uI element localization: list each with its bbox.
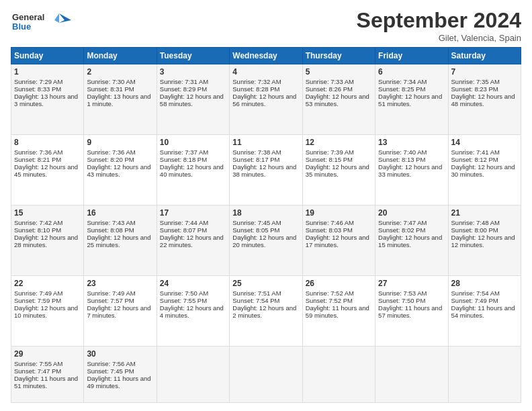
logo: General Blue	[11, 8, 71, 41]
day-number: 14	[451, 138, 518, 147]
sunrise-text: Sunrise: 7:32 AM	[232, 78, 281, 85]
table-row: 6Sunrise: 7:34 AMSunset: 8:25 PMDaylight…	[375, 64, 448, 135]
daylight-text: Daylight: 12 hours and 30 minutes.	[451, 163, 515, 178]
table-row: 12Sunrise: 7:39 AMSunset: 8:15 PMDayligh…	[302, 135, 375, 205]
daylight-text: Daylight: 12 hours and 40 minutes.	[160, 163, 224, 178]
sunrise-text: Sunrise: 7:45 AM	[232, 219, 281, 226]
daylight-text: Daylight: 12 hours and 43 minutes.	[87, 163, 150, 178]
daylight-text: Daylight: 12 hours and 33 minutes.	[378, 163, 442, 178]
sunrise-text: Sunrise: 7:40 AM	[378, 148, 427, 156]
daylight-text: Daylight: 13 hours and 3 minutes.	[14, 93, 78, 107]
table-row: 23Sunrise: 7:49 AMSunset: 7:57 PMDayligh…	[84, 276, 157, 347]
sunset-text: Sunset: 8:28 PM	[232, 85, 279, 93]
sunrise-text: Sunrise: 7:49 AM	[87, 289, 135, 297]
sunrise-text: Sunrise: 7:38 AM	[232, 148, 281, 156]
daylight-text: Daylight: 12 hours and 22 minutes.	[160, 234, 224, 248]
table-row: 20Sunrise: 7:47 AMSunset: 8:02 PMDayligh…	[375, 205, 448, 276]
sunset-text: Sunset: 8:31 PM	[87, 85, 134, 93]
daylight-text: Daylight: 11 hours and 51 minutes.	[14, 375, 78, 390]
day-number: 19	[306, 208, 372, 218]
table-row: 3Sunrise: 7:31 AMSunset: 8:29 PMDaylight…	[157, 64, 229, 135]
sunrise-text: Sunrise: 7:52 AM	[306, 289, 354, 297]
logo-svg: General Blue	[11, 8, 71, 38]
svg-marker-3	[54, 13, 59, 23]
daylight-text: Daylight: 12 hours and 25 minutes.	[87, 234, 150, 248]
daylight-text: Daylight: 13 hours and 1 minute.	[87, 93, 150, 107]
sunset-text: Sunset: 7:47 PM	[14, 367, 61, 375]
day-number: 20	[378, 208, 445, 218]
daylight-text: Daylight: 12 hours and 20 minutes.	[232, 234, 296, 248]
day-number: 21	[451, 208, 518, 218]
daylight-text: Daylight: 12 hours and 51 minutes.	[378, 93, 442, 107]
col-friday: Friday	[375, 48, 448, 64]
sunset-text: Sunset: 7:52 PM	[306, 297, 353, 304]
logo-container: General Blue	[11, 8, 71, 41]
daylight-text: Daylight: 12 hours and 12 minutes.	[451, 234, 515, 248]
sunrise-text: Sunrise: 7:36 AM	[87, 148, 135, 156]
day-number: 5	[306, 67, 372, 77]
day-number: 22	[14, 279, 81, 288]
table-row: 28Sunrise: 7:54 AMSunset: 7:49 PMDayligh…	[448, 276, 521, 347]
daylight-text: Daylight: 12 hours and 45 minutes.	[14, 163, 78, 178]
daylight-text: Daylight: 12 hours and 17 minutes.	[306, 234, 369, 248]
sunset-text: Sunset: 8:08 PM	[87, 226, 134, 234]
table-row: 4Sunrise: 7:32 AMSunset: 8:28 PMDaylight…	[230, 64, 302, 135]
day-number: 26	[306, 279, 372, 288]
sunrise-text: Sunrise: 7:34 AM	[378, 78, 427, 85]
table-row: 2Sunrise: 7:30 AMSunset: 8:31 PMDaylight…	[84, 64, 157, 135]
daylight-text: Daylight: 12 hours and 4 minutes.	[160, 304, 224, 319]
sunset-text: Sunset: 8:29 PM	[160, 85, 207, 93]
daylight-text: Daylight: 12 hours and 15 minutes.	[378, 234, 442, 248]
month-title: September 2024	[357, 8, 521, 33]
sunset-text: Sunset: 7:57 PM	[87, 297, 134, 304]
day-number: 9	[87, 138, 153, 147]
sunset-text: Sunset: 8:10 PM	[14, 226, 61, 234]
sunset-text: Sunset: 8:17 PM	[232, 156, 279, 163]
table-row: 19Sunrise: 7:46 AMSunset: 8:03 PMDayligh…	[302, 205, 375, 276]
sunrise-text: Sunrise: 7:36 AM	[14, 148, 62, 156]
table-row	[157, 347, 229, 403]
sunset-text: Sunset: 8:21 PM	[14, 156, 61, 163]
day-number: 30	[87, 349, 153, 359]
daylight-text: Daylight: 12 hours and 2 minutes.	[232, 304, 296, 319]
day-number: 24	[160, 279, 226, 288]
day-number: 29	[14, 349, 81, 359]
day-number: 17	[160, 208, 226, 218]
table-row: 17Sunrise: 7:44 AMSunset: 8:07 PMDayligh…	[157, 205, 229, 276]
table-row: 26Sunrise: 7:52 AMSunset: 7:52 PMDayligh…	[302, 276, 375, 347]
sunset-text: Sunset: 7:45 PM	[87, 367, 134, 375]
sunset-text: Sunset: 8:12 PM	[451, 156, 498, 163]
sunset-text: Sunset: 7:55 PM	[160, 297, 207, 304]
day-number: 12	[306, 138, 372, 147]
sunrise-text: Sunrise: 7:47 AM	[378, 219, 427, 226]
table-row: 1Sunrise: 7:29 AMSunset: 8:33 PMDaylight…	[11, 64, 84, 135]
sunrise-text: Sunrise: 7:35 AM	[451, 78, 500, 85]
svg-marker-2	[59, 13, 71, 23]
daylight-text: Daylight: 12 hours and 28 minutes.	[14, 234, 78, 248]
table-row: 15Sunrise: 7:42 AMSunset: 8:10 PMDayligh…	[11, 205, 84, 276]
table-row	[375, 347, 448, 403]
sunrise-text: Sunrise: 7:31 AM	[160, 78, 208, 85]
table-row: 21Sunrise: 7:48 AMSunset: 8:00 PMDayligh…	[448, 205, 521, 276]
table-row: 24Sunrise: 7:50 AMSunset: 7:55 PMDayligh…	[157, 276, 229, 347]
table-row: 10Sunrise: 7:37 AMSunset: 8:18 PMDayligh…	[157, 135, 229, 205]
day-number: 7	[451, 67, 518, 77]
sunrise-text: Sunrise: 7:48 AM	[451, 219, 500, 226]
sunrise-text: Sunrise: 7:33 AM	[306, 78, 354, 85]
col-monday: Monday	[84, 48, 157, 64]
day-number: 4	[232, 67, 299, 77]
day-number: 2	[87, 67, 153, 77]
day-number: 15	[14, 208, 81, 218]
sunset-text: Sunset: 8:03 PM	[306, 226, 353, 234]
sunrise-text: Sunrise: 7:53 AM	[378, 289, 427, 297]
calendar-header-row: Sunday Monday Tuesday Wednesday Thursday…	[11, 48, 521, 64]
sunrise-text: Sunrise: 7:42 AM	[14, 219, 62, 226]
sunrise-text: Sunrise: 7:37 AM	[160, 148, 208, 156]
table-row: 7Sunrise: 7:35 AMSunset: 8:23 PMDaylight…	[448, 64, 521, 135]
calendar-table: Sunday Monday Tuesday Wednesday Thursday…	[11, 47, 521, 403]
sunset-text: Sunset: 7:54 PM	[232, 297, 279, 304]
table-row: 30Sunrise: 7:56 AMSunset: 7:45 PMDayligh…	[84, 347, 157, 403]
sunrise-text: Sunrise: 7:30 AM	[87, 78, 135, 85]
svg-text:General: General	[12, 12, 44, 22]
sunrise-text: Sunrise: 7:56 AM	[87, 360, 135, 367]
